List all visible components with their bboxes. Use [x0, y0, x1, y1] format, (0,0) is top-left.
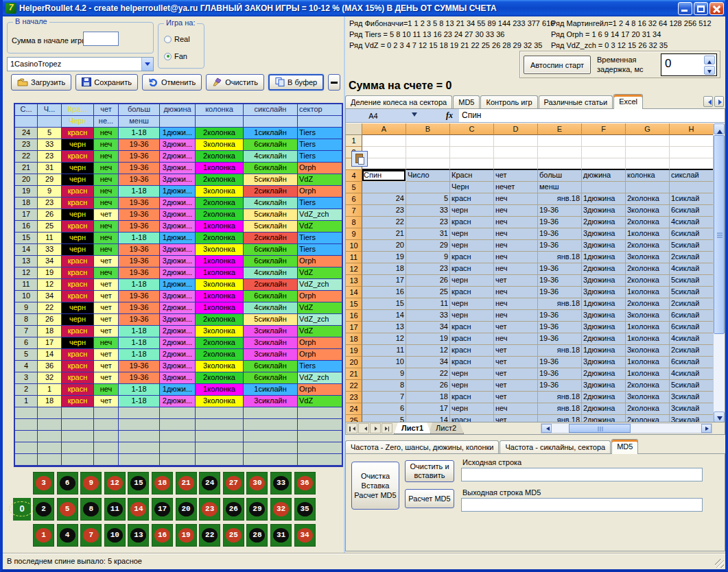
roulette-number-17[interactable]: 17	[154, 502, 170, 516]
excel-cell[interactable]: красн	[450, 263, 494, 275]
excel-row-header-19[interactable]: 19	[346, 345, 362, 357]
excel-row-header-23[interactable]: 23	[346, 392, 362, 403]
excel-cell[interactable]: Число	[406, 170, 450, 182]
excel-cell[interactable]: 19-36	[538, 368, 582, 380]
sheet-next-icon[interactable]	[370, 423, 381, 433]
excel-cell[interactable]: 18	[406, 392, 450, 403]
excel-row-header-10[interactable]: 10	[346, 240, 362, 252]
excel-row-header-6[interactable]: 6	[346, 193, 362, 205]
excel-row-header-8[interactable]: 8	[346, 217, 362, 228]
excel-cell[interactable]: 3колонка	[626, 392, 670, 403]
excel-cell[interactable]	[582, 158, 626, 170]
roulette-number-21[interactable]: 21	[178, 476, 194, 490]
excel-cell[interactable]	[582, 182, 626, 193]
excel-cell[interactable]: 24	[362, 193, 406, 205]
excel-cell[interactable]: 3дюжина	[582, 380, 626, 392]
excel-column-header-G[interactable]: G	[626, 123, 670, 135]
toolbar-button-4[interactable]: В буфер	[268, 74, 324, 91]
roulette-number-31[interactable]: 31	[273, 528, 289, 543]
excel-cell[interactable]: 15	[362, 298, 406, 310]
radio-fan[interactable]: Fan	[164, 52, 187, 60]
excel-cell[interactable]: черн	[450, 205, 494, 217]
tab-main-0[interactable]: Деление колеса на сектора	[345, 95, 452, 109]
excel-cell[interactable]: 1сиклай	[670, 193, 714, 205]
roulette-cell[interactable]: 11	[104, 498, 126, 521]
excel-row-header-24[interactable]: 24	[346, 403, 362, 415]
start-sum-input[interactable]	[83, 32, 119, 46]
excel-column-header-A[interactable]: A	[362, 123, 406, 135]
excel-cell[interactable]	[362, 182, 406, 193]
minimize-button[interactable]	[678, 2, 692, 15]
excel-cell[interactable]: 1колонка	[626, 357, 670, 368]
roulette-cell[interactable]: 4	[57, 524, 78, 547]
excel-cell[interactable]: 1колонка	[626, 322, 670, 333]
excel-cell[interactable]: 19-36	[538, 322, 582, 333]
excel-cell[interactable]: 23	[406, 263, 450, 275]
excel-cell[interactable]: Спин	[362, 170, 406, 182]
excel-cell[interactable]: 14	[362, 310, 406, 322]
excel-cell[interactable]: чет	[494, 368, 538, 380]
excel-cell[interactable]: 2дюжина	[582, 392, 626, 403]
excel-row-header-18[interactable]: 18	[346, 333, 362, 345]
roulette-cell[interactable]: 20	[176, 498, 197, 521]
excel-cell[interactable]: 26	[406, 380, 450, 392]
excel-cell[interactable]	[494, 147, 538, 158]
clean-insert-calc-md5-button[interactable]: Очистка Вставка Расчет MD5	[351, 462, 399, 510]
excel-cell[interactable]: 4сиклай	[670, 263, 714, 275]
excel-cell[interactable]: неч	[494, 205, 538, 217]
excel-cell[interactable]: 19-36	[538, 310, 582, 322]
vertical-scrollbar[interactable]	[713, 123, 725, 422]
excel-cell[interactable]: 2дюжина	[582, 217, 626, 228]
excel-cell[interactable]: 3колонка	[626, 345, 670, 357]
excel-cell[interactable]: 16	[362, 287, 406, 298]
excel-cell[interactable]: неч	[494, 193, 538, 205]
toolbar-button-3[interactable]: Очистить	[206, 74, 264, 91]
toolbar-button-2[interactable]: Отменить	[142, 74, 202, 91]
excel-cell[interactable]: черн	[450, 380, 494, 392]
tab-freq-1[interactable]: Частота - сиклайны, сектора	[500, 440, 611, 454]
spinner-up-icon[interactable]	[704, 56, 715, 64]
roulette-number-26[interactable]: 26	[226, 502, 242, 516]
source-string-input[interactable]	[461, 468, 703, 481]
roulette-cell[interactable]: 36	[294, 472, 316, 494]
roulette-number-32[interactable]: 32	[273, 502, 289, 516]
roulette-cell[interactable]: 9	[80, 472, 102, 494]
excel-cell[interactable]: черн	[450, 368, 494, 380]
excel-cell[interactable]: неч	[494, 228, 538, 240]
excel-cell[interactable]: 3колонка	[626, 252, 670, 263]
calc-md5-button[interactable]: Расчет MD5	[405, 489, 454, 508]
excel-cell[interactable]: янв.18	[538, 252, 582, 263]
excel-row-header-5[interactable]: 5	[346, 182, 362, 193]
excel-cell[interactable]	[626, 182, 670, 193]
roulette-cell[interactable]: 15	[128, 472, 149, 494]
roulette-cell[interactable]: 6	[57, 472, 78, 494]
excel-cell[interactable]: 1колонка	[626, 368, 670, 380]
toolbar-button-1[interactable]: Сохранить	[75, 74, 138, 91]
roulette-cell[interactable]: 24	[199, 472, 220, 494]
excel-cell[interactable]: 1дюжина	[582, 193, 626, 205]
roulette-number-29[interactable]: 29	[249, 502, 265, 516]
excel-cell[interactable]: 22	[406, 368, 450, 380]
excel-cell[interactable]: красн	[450, 392, 494, 403]
roulette-cell[interactable]: 21	[176, 472, 197, 494]
toolbar-button-0[interactable]: Загрузить	[11, 74, 71, 91]
roulette-number-0[interactable]: 0	[13, 498, 31, 521]
roulette-number-36[interactable]: 36	[297, 476, 313, 490]
excel-cell[interactable]: 9	[362, 368, 406, 380]
excel-cell[interactable]	[362, 135, 406, 147]
excel-row-header-17[interactable]: 17	[346, 322, 362, 333]
roulette-number-8[interactable]: 8	[83, 502, 99, 516]
excel-column-header-D[interactable]: D	[494, 123, 538, 135]
roulette-cell[interactable]: 22	[199, 524, 220, 547]
roulette-number-30[interactable]: 30	[249, 476, 265, 490]
excel-cell[interactable]: 6	[362, 403, 406, 415]
roulette-cell[interactable]: 13	[128, 524, 149, 547]
excel-cell[interactable]: 4сиклай	[670, 333, 714, 345]
roulette-number-19[interactable]: 19	[178, 528, 194, 543]
excel-column-header-H[interactable]: H	[670, 123, 714, 135]
excel-cell[interactable]: 19-36	[538, 228, 582, 240]
excel-cell[interactable]: янв.18	[538, 403, 582, 415]
excel-cell[interactable]: 2колонка	[626, 403, 670, 415]
excel-cell[interactable]: 6сиклай	[670, 205, 714, 217]
roulette-cell[interactable]: 23	[199, 498, 220, 521]
